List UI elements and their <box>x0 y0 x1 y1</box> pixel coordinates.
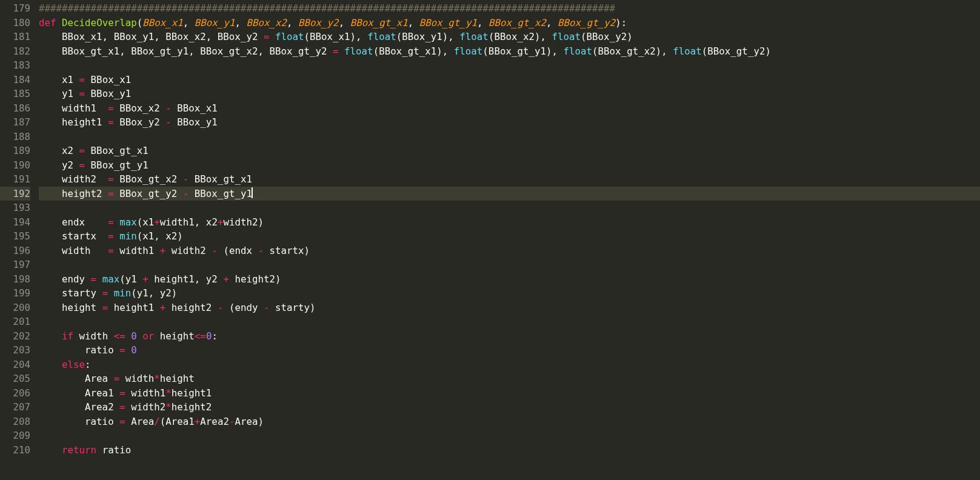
code-token <box>108 287 114 299</box>
line-number: 186 <box>0 101 30 116</box>
code-token: BBox_y2 <box>298 17 339 28</box>
code-token: = <box>119 416 125 427</box>
code-line[interactable]: if width <= 0 or height<=0: <box>39 329 980 344</box>
code-token: = <box>119 344 125 356</box>
code-line[interactable]: ratio = Area/(Area1+Area2-Area) <box>39 415 980 429</box>
code-token: - <box>212 245 218 256</box>
code-token: = <box>79 88 85 99</box>
code-line[interactable]: endx = max(x1+width1, x2+width2) <box>39 215 980 230</box>
line-number: 193 <box>0 201 30 215</box>
code-token: y2 <box>39 159 79 171</box>
code-line[interactable]: def DecideOverlap(BBox_x1, BBox_y1, BBox… <box>39 16 980 30</box>
code-line[interactable] <box>39 130 980 144</box>
code-line[interactable]: Area1 = width1*height1 <box>39 386 980 401</box>
code-token: endx <box>39 216 108 228</box>
code-area[interactable]: ########################################… <box>39 0 980 480</box>
code-line[interactable] <box>39 58 980 73</box>
code-token: BBox_x1, BBox_y1, BBox_x2, BBox_y2 <box>39 31 264 42</box>
code-token <box>56 17 62 28</box>
code-token <box>137 330 143 342</box>
code-token: BBox_gt_y2 <box>558 17 615 28</box>
line-number: 187 <box>0 115 30 130</box>
line-number: 182 <box>0 44 30 59</box>
code-token: float <box>673 45 702 57</box>
code-line[interactable]: return ratio <box>39 443 980 458</box>
code-token: float <box>552 31 581 42</box>
code-line[interactable]: else: <box>39 358 980 372</box>
code-token: max <box>119 216 137 228</box>
code-editor[interactable]: 1791801811821831841851861871881891901911… <box>0 0 980 480</box>
code-line[interactable] <box>39 315 980 329</box>
code-token: + <box>223 273 229 285</box>
code-line[interactable]: height1 = BBox_y2 - BBox_y1 <box>39 115 980 130</box>
code-line[interactable]: width1 = BBox_x2 - BBox_x1 <box>39 101 980 116</box>
code-token: BBox_y1 <box>172 116 218 128</box>
code-token: height2 <box>172 401 212 413</box>
code-token: ########################################… <box>39 2 615 14</box>
code-token: width2 <box>165 245 212 256</box>
line-number: 181 <box>0 30 30 44</box>
code-line[interactable]: Area = width*height <box>39 372 980 386</box>
code-token <box>125 344 132 356</box>
code-token: <= <box>114 330 125 342</box>
code-token: (endy <box>223 302 264 313</box>
code-token: ( <box>137 17 143 28</box>
code-line[interactable]: y2 = BBox_gt_y1 <box>39 158 980 173</box>
line-number: 210 <box>0 443 30 458</box>
code-token: height1 <box>172 387 212 399</box>
code-token: if <box>62 330 73 342</box>
code-token: : <box>212 330 218 342</box>
code-token: BBox_x1 <box>172 102 218 114</box>
code-line[interactable]: x1 = BBox_x1 <box>39 73 980 87</box>
code-token: Area2 <box>200 416 229 427</box>
code-token: BBox_gt_y1 <box>188 188 252 199</box>
code-line[interactable]: BBox_x1, BBox_y1, BBox_x2, BBox_y2 = flo… <box>39 30 980 44</box>
code-line[interactable]: starty = min(y1, y2) <box>39 286 980 301</box>
code-token: 0 <box>206 330 212 342</box>
code-token: width <box>39 245 108 256</box>
code-token: = <box>108 216 114 228</box>
code-line[interactable]: Area2 = width2*height2 <box>39 400 980 415</box>
line-number-gutter: 1791801811821831841851861871881891901911… <box>0 0 39 480</box>
code-line[interactable]: x2 = BBox_gt_x1 <box>39 144 980 158</box>
code-line[interactable] <box>39 428 980 443</box>
code-token <box>114 230 120 242</box>
line-number: 201 <box>0 315 30 329</box>
code-token <box>269 31 275 42</box>
code-line[interactable]: ratio = 0 <box>39 343 980 358</box>
code-token: + <box>160 245 166 256</box>
code-token: = <box>79 159 85 171</box>
code-line[interactable]: height2 = BBox_gt_y2 - BBox_gt_y1 <box>39 187 980 201</box>
line-number: 196 <box>0 244 30 258</box>
code-token: : <box>85 359 91 370</box>
code-token: y1 <box>39 88 79 99</box>
code-line[interactable]: endy = max(y1 + height1, y2 + height2) <box>39 272 980 287</box>
code-token: float <box>454 45 483 57</box>
code-token: float <box>344 45 373 57</box>
code-line[interactable] <box>39 258 980 272</box>
code-token: = <box>264 31 270 42</box>
code-line[interactable] <box>39 201 980 215</box>
code-line[interactable]: ########################################… <box>39 1 980 16</box>
code-line[interactable]: BBox_gt_x1, BBox_gt_y1, BBox_gt_x2, BBox… <box>39 44 980 59</box>
code-token: height1 <box>39 116 108 128</box>
code-line[interactable]: height = height1 + height2 - (endy - sta… <box>39 301 980 315</box>
code-line[interactable]: startx = min(x1, x2) <box>39 229 980 244</box>
line-number: 180 <box>0 16 30 30</box>
code-token: (BBox_gt_y2) <box>702 45 771 57</box>
code-token: (BBox_gt_x2), <box>592 45 673 57</box>
code-token: (Area1 <box>160 416 195 427</box>
code-token: = <box>108 188 114 199</box>
code-token: x2 <box>39 145 79 156</box>
code-line[interactable]: width = width1 + width2 - (endx - startx… <box>39 244 980 258</box>
code-token: = <box>108 116 114 128</box>
code-token: width1 <box>114 245 160 256</box>
code-token: height <box>154 330 195 342</box>
code-line[interactable]: width2 = BBox_gt_x2 - BBox_gt_x1 <box>39 172 980 187</box>
code-token: / <box>154 416 160 427</box>
code-token: = <box>108 230 114 242</box>
code-token: <= <box>195 330 206 342</box>
code-token: , <box>408 17 419 28</box>
code-line[interactable]: y1 = BBox_y1 <box>39 87 980 101</box>
code-token: + <box>154 216 160 228</box>
